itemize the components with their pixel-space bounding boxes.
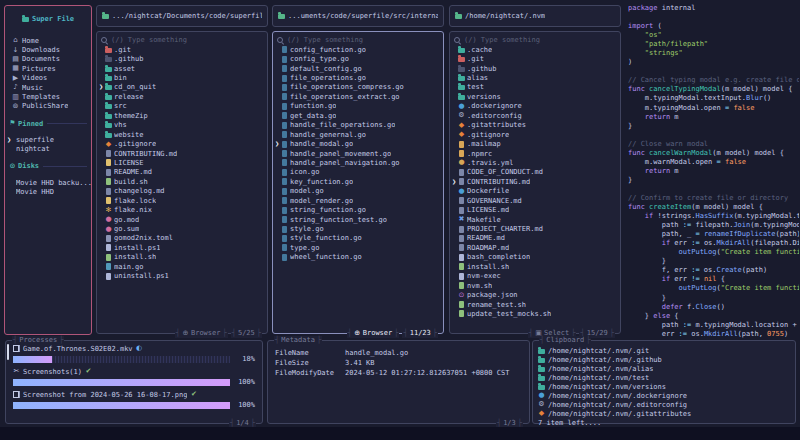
disk-item-movie-hhd[interactable]: Movie HHD — [5, 187, 91, 196]
file-row[interactable]: PROJECT_CHARTER.md — [450, 224, 620, 233]
file-row[interactable]: themeZip — [97, 111, 267, 120]
file-row[interactable]: ●.travis.yml — [450, 158, 620, 167]
file-row[interactable]: ◆.gitattributes — [450, 121, 620, 130]
sidebar-item-downloads[interactable]: ↓Downloads — [5, 45, 91, 54]
file-row[interactable]: function.go — [273, 102, 443, 111]
progress-bar — [13, 356, 230, 363]
file-row[interactable]: ●.dockerignore — [450, 102, 620, 111]
file-row[interactable]: ⊙package.json — [450, 290, 620, 299]
progress-fill — [13, 356, 52, 363]
file-row[interactable]: alias — [450, 73, 620, 82]
file-row[interactable]: ❯handle_modal.go — [273, 139, 443, 148]
file-row[interactable]: versions — [450, 92, 620, 101]
file-row[interactable]: ◆.gitignore — [97, 139, 267, 148]
file-row[interactable]: .github — [450, 64, 620, 73]
sidebar-item-publicshare[interactable]: ⊚PublicShare — [5, 102, 91, 111]
file-row[interactable]: model.go — [273, 187, 443, 196]
file-row[interactable]: handle_genernal.go — [273, 130, 443, 139]
file-row[interactable]: rename_test.sh — [450, 300, 620, 309]
file-row[interactable]: ●Dockerfile — [450, 187, 620, 196]
file-row[interactable]: .cache — [450, 45, 620, 54]
file-row[interactable]: vhs — [97, 121, 267, 130]
sidebar-item-music[interactable]: ♪Music — [5, 83, 91, 92]
file-row[interactable]: icon.go — [273, 168, 443, 177]
file-name: handle_panel_movement.go — [290, 150, 391, 158]
code-line: err := os.MkdirAll(path, 0755) — [628, 330, 799, 339]
file-row[interactable]: config_function.go — [273, 45, 443, 54]
file-row[interactable]: ROADMAP.md — [450, 243, 620, 252]
search-input[interactable]: (/) Type something — [450, 35, 620, 45]
file-row[interactable]: file_operations_extract.go — [273, 92, 443, 101]
file-row[interactable]: update_test_mocks.sh — [450, 309, 620, 318]
file-row[interactable]: LICENSE — [97, 158, 267, 167]
file-row[interactable]: ●go.mod — [97, 215, 267, 224]
processes-scrollbar[interactable] — [7, 344, 9, 360]
file-row[interactable]: bin — [97, 73, 267, 82]
file-row[interactable]: ⚙.editorconfig — [450, 111, 620, 120]
file-row[interactable]: install.ps1 — [97, 243, 267, 252]
file-row[interactable]: .mailmap — [450, 139, 620, 148]
file-row[interactable]: asset — [97, 64, 267, 73]
file-row[interactable]: ✖Makefile — [450, 215, 620, 224]
file-row[interactable]: style_function.go — [273, 234, 443, 243]
file-row[interactable]: install.sh — [450, 262, 620, 271]
file-row[interactable]: LICENSE.md — [450, 205, 620, 214]
file-row[interactable]: flake.lock — [97, 196, 267, 205]
file-row[interactable]: nvm-exec — [450, 272, 620, 281]
pinned-item-nightcat[interactable]: nightcat — [5, 145, 91, 154]
file-row[interactable]: changelog.md — [97, 187, 267, 196]
file-row[interactable]: file_operations.go — [273, 73, 443, 82]
file-row[interactable]: ◆.gitignore — [450, 130, 620, 139]
search-input[interactable]: (/) Type something — [97, 35, 267, 45]
lock-file-icon — [106, 197, 111, 204]
sidebar-item-templates[interactable]: ▥Templates — [5, 92, 91, 101]
file-row[interactable]: .git — [450, 54, 620, 63]
sidebar-item-videos[interactable]: ▶Videos — [5, 74, 91, 83]
file-row[interactable]: default_config.go — [273, 64, 443, 73]
file-row[interactable]: install.sh — [97, 253, 267, 262]
file-row[interactable]: string_function_test.go — [273, 215, 443, 224]
file-row[interactable]: type.go — [273, 243, 443, 252]
file-row[interactable]: style.go — [273, 224, 443, 233]
search-input[interactable]: (/) Type something — [273, 35, 443, 45]
file-row[interactable]: main.go — [97, 262, 267, 271]
file-row[interactable]: .git — [97, 45, 267, 54]
file-row[interactable]: model_render.go — [273, 196, 443, 205]
file-row[interactable]: website — [97, 130, 267, 139]
file-row[interactable]: README.md — [97, 168, 267, 177]
file-row[interactable]: handle_panel_navigation.go — [273, 158, 443, 167]
file-row[interactable]: handle_panel_movement.go — [273, 149, 443, 158]
file-row[interactable]: handle_file_operations.go — [273, 121, 443, 130]
file-row[interactable]: gomod2nix.toml — [97, 234, 267, 243]
file-row[interactable]: uninstall.ps1 — [97, 272, 267, 281]
pinned-item-superfile[interactable]: ❯superfile — [5, 135, 91, 144]
file-row[interactable]: string_function.go — [273, 205, 443, 214]
file-row[interactable]: .github — [97, 54, 267, 63]
file-row[interactable]: bash_completion — [450, 253, 620, 262]
file-row[interactable]: .npmrc — [450, 149, 620, 158]
file-row[interactable]: README.md — [450, 234, 620, 243]
md-file-icon — [106, 150, 111, 157]
file-row[interactable]: config_type.go — [273, 54, 443, 63]
file-row[interactable]: GOVERNANCE.md — [450, 196, 620, 205]
file-row[interactable]: ✻flake.nix — [97, 205, 267, 214]
file-row[interactable]: ❯CONTRIBUTING.md — [450, 177, 620, 186]
file-row[interactable]: src — [97, 102, 267, 111]
file-row[interactable]: test — [450, 83, 620, 92]
file-row[interactable]: wheel_function.go — [273, 253, 443, 262]
done-state-icon: ✔ — [85, 368, 92, 375]
file-row[interactable]: build.sh — [97, 177, 267, 186]
disk-item-movie-hhd-backu-[interactable]: Movie HHD backu... — [5, 178, 91, 187]
file-row[interactable]: get_data.go — [273, 111, 443, 120]
file-row[interactable]: ●go.sum — [97, 224, 267, 233]
sidebar-item-documents[interactable]: ▤Documents — [5, 55, 91, 64]
sidebar-item-home[interactable]: ⌂Home — [5, 36, 91, 45]
file-row[interactable]: nvm.sh — [450, 281, 620, 290]
file-row[interactable]: CODE_OF_CONDUCT.md — [450, 168, 620, 177]
file-row[interactable]: release — [97, 92, 267, 101]
file-row[interactable]: file_operations_compress.go — [273, 83, 443, 92]
file-row[interactable]: key_function.go — [273, 177, 443, 186]
file-row[interactable]: CONTRIBUTING.md — [97, 149, 267, 158]
file-row[interactable]: ❯cd_on_quit — [97, 83, 267, 92]
sidebar-item-pictures[interactable]: ▦Pictures — [5, 64, 91, 73]
